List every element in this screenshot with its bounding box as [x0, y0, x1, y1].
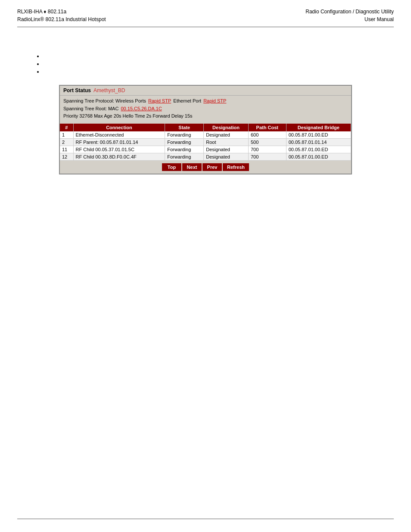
- header-left: RLXIB-IHA ♦ 802.11a RadioLinx® 802.11a I…: [17, 8, 106, 23]
- col-connection: Connection: [73, 124, 165, 131]
- bullet-area: [0, 27, 411, 85]
- table-row: 11 RF Child 00.05.37.01.01.5C Forwarding…: [60, 146, 351, 153]
- stp-root-label: Spanning Tree Root: MAC: [63, 105, 120, 113]
- stp-line3: Priority 32768 Max Age 20s Hello Time 2s…: [63, 112, 348, 120]
- table-row: 1 Ethernet-Disconnected Forwarding Desig…: [60, 131, 351, 139]
- nav-buttons: Top Next Prev Refresh: [60, 161, 351, 174]
- table-row: 2 RF Parent: 00.05.87.01.01.14 Forwardin…: [60, 138, 351, 146]
- cell-designation: Designated: [204, 131, 249, 139]
- cell-designated-bridge: 00.05.87.01.00.ED: [286, 146, 351, 153]
- cell-path-cost: 600: [248, 131, 286, 139]
- col-designation: Designation: [204, 124, 249, 131]
- port-status-table: # Connection State Designation Path Cost…: [60, 124, 351, 161]
- header-product-line2: RadioLinx® 802.11a Industrial Hotspot: [17, 16, 106, 23]
- cell-num: 1: [60, 131, 73, 139]
- cell-designated-bridge: 00.05.87.01.01.14: [286, 138, 351, 146]
- stp-wireless-link[interactable]: Rapid STP: [148, 97, 171, 105]
- stp-mac-link[interactable]: 00.15.C5.26.DA.1C: [121, 105, 162, 113]
- cell-designation: Designated: [204, 146, 249, 153]
- cell-path-cost: 500: [248, 138, 286, 146]
- col-designated-bridge: Designated Bridge: [286, 124, 351, 131]
- col-state: State: [165, 124, 204, 131]
- cell-state: Forwarding: [165, 138, 204, 146]
- cell-state: Forwarding: [165, 153, 204, 160]
- cell-path-cost: 700: [248, 146, 286, 153]
- bullet-item-1: [43, 53, 394, 59]
- cell-connection: Ethernet-Disconnected: [73, 131, 165, 139]
- header-product-line1: RLXIB-IHA ♦ 802.11a: [17, 8, 106, 16]
- prev-button[interactable]: Prev: [202, 163, 222, 171]
- stp-ethernet-link[interactable]: Rapid STP: [203, 97, 226, 105]
- panel-stp-info: Spanning Tree Protocol: Wireless Ports R…: [60, 96, 351, 122]
- refresh-button[interactable]: Refresh: [223, 163, 249, 171]
- stp-line1: Spanning Tree Protocol: Wireless Ports R…: [63, 97, 348, 105]
- header-title-line1: Radio Configuration / Diagnostic Utility: [305, 8, 394, 16]
- panel-title-bar: Port Status Amethyst_BD: [60, 86, 351, 96]
- port-status-panel: Port Status Amethyst_BD Spanning Tree Pr…: [59, 85, 352, 174]
- stp-prefix: Spanning Tree Protocol: Wireless Ports: [63, 97, 147, 105]
- bullet-list: [34, 53, 394, 75]
- bullet-item-3: [43, 68, 394, 75]
- cell-connection: RF Child 00.3D.8D.F0.0C.4F: [73, 153, 165, 160]
- stp-priority-text: Priority 32768 Max Age 20s Hello Time 2s…: [63, 112, 193, 120]
- cell-designation: Root: [204, 138, 249, 146]
- cell-num: 11: [60, 146, 73, 153]
- cell-state: Forwarding: [165, 146, 204, 153]
- col-path-cost: Path Cost: [248, 124, 286, 131]
- cell-designation: Designated: [204, 153, 249, 160]
- header-title-line2: User Manual: [305, 16, 394, 23]
- cell-designated-bridge: 00.05.87.01.00.ED: [286, 131, 351, 139]
- cell-connection: RF Child 00.05.37.01.01.5C: [73, 146, 165, 153]
- cell-connection: RF Parent: 00.05.87.01.01.14: [73, 138, 165, 146]
- cell-path-cost: 700: [248, 153, 286, 160]
- panel-device-name: Amethyst_BD: [93, 87, 125, 93]
- header-right: Radio Configuration / Diagnostic Utility…: [305, 8, 394, 23]
- cell-designated-bridge: 00.05.87.01.00.ED: [286, 153, 351, 160]
- table-row: 12 RF Child 00.3D.8D.F0.0C.4F Forwarding…: [60, 153, 351, 160]
- panel-title: Port Status: [63, 87, 91, 93]
- panel-wrapper: Port Status Amethyst_BD Spanning Tree Pr…: [0, 85, 411, 192]
- col-num: #: [60, 124, 73, 131]
- page-header: RLXIB-IHA ♦ 802.11a RadioLinx® 802.11a I…: [0, 0, 411, 27]
- table-body: 1 Ethernet-Disconnected Forwarding Desig…: [60, 131, 351, 161]
- footer-divider: [17, 519, 394, 519]
- bullet-item-2: [43, 61, 394, 67]
- top-button[interactable]: Top: [162, 163, 181, 171]
- cell-state: Forwarding: [165, 131, 204, 139]
- cell-num: 12: [60, 153, 73, 160]
- stp-line2: Spanning Tree Root: MAC 00.15.C5.26.DA.1…: [63, 105, 348, 113]
- table-header-row: # Connection State Designation Path Cost…: [60, 124, 351, 131]
- next-button[interactable]: Next: [182, 163, 202, 171]
- cell-num: 2: [60, 138, 73, 146]
- stp-eth-label: Ethernet Port: [172, 97, 202, 105]
